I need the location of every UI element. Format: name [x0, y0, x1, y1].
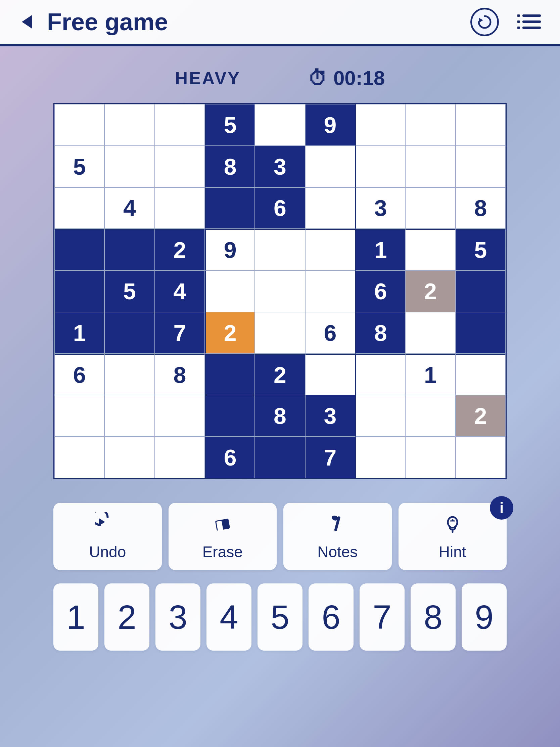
sudoku-cell[interactable]: 2	[155, 229, 205, 271]
sudoku-cell[interactable]: 7	[305, 437, 355, 478]
sudoku-cell[interactable]	[405, 229, 455, 271]
sudoku-cell[interactable]: 7	[155, 312, 205, 354]
sudoku-cell[interactable]	[456, 104, 506, 146]
numpad-9-button[interactable]: 9	[462, 584, 507, 651]
sudoku-cell[interactable]: 9	[305, 104, 355, 146]
header: Free game	[0, 0, 560, 44]
sudoku-cell[interactable]	[305, 229, 355, 271]
sudoku-cell[interactable]	[255, 229, 305, 271]
sudoku-cell[interactable]: 8	[255, 395, 305, 437]
sudoku-cell[interactable]	[54, 437, 104, 478]
sudoku-cell[interactable]	[205, 271, 255, 312]
sudoku-cell[interactable]	[255, 312, 305, 354]
sudoku-cell[interactable]	[355, 354, 405, 395]
sudoku-cell[interactable]: 8	[456, 187, 506, 229]
sudoku-cell[interactable]: 1	[405, 354, 455, 395]
sudoku-cell[interactable]	[104, 146, 155, 187]
sudoku-cell[interactable]: 4	[155, 271, 205, 312]
numpad-7-button[interactable]: 7	[359, 584, 404, 651]
sudoku-cell[interactable]	[104, 312, 155, 354]
sudoku-cell[interactable]	[104, 354, 155, 395]
sudoku-cell[interactable]: 8	[205, 146, 255, 187]
sudoku-cell[interactable]: 8	[355, 312, 405, 354]
back-button[interactable]	[17, 12, 37, 32]
sudoku-cell[interactable]	[456, 271, 506, 312]
sudoku-cell[interactable]	[54, 187, 104, 229]
sudoku-cell[interactable]: 5	[54, 146, 104, 187]
sudoku-cell[interactable]	[255, 104, 305, 146]
numpad-6-button[interactable]: 6	[309, 584, 353, 651]
numpad-1-button[interactable]: 1	[53, 584, 98, 651]
difficulty-label: HEAVY	[175, 68, 241, 88]
numpad-2-button[interactable]: 2	[104, 584, 150, 651]
sudoku-cell[interactable]: 3	[305, 395, 355, 437]
sudoku-cell[interactable]: 6	[54, 354, 104, 395]
sudoku-cell[interactable]	[355, 104, 405, 146]
sudoku-cell[interactable]	[305, 271, 355, 312]
sudoku-cell[interactable]	[456, 312, 506, 354]
sudoku-cell[interactable]	[155, 104, 205, 146]
undo-button[interactable]: Undo	[53, 503, 162, 570]
sudoku-cell[interactable]: 1	[54, 312, 104, 354]
undo-icon	[95, 512, 120, 537]
hint-button[interactable]: i Hint	[399, 503, 507, 570]
numpad-5-button[interactable]: 5	[258, 584, 302, 651]
sudoku-cell[interactable]	[305, 187, 355, 229]
sudoku-cell[interactable]	[355, 395, 405, 437]
sudoku-cell[interactable]: 3	[355, 187, 405, 229]
sudoku-cell[interactable]	[54, 104, 104, 146]
sudoku-cell[interactable]: 6	[255, 187, 305, 229]
sudoku-cell[interactable]: 1	[355, 229, 405, 271]
sudoku-cell[interactable]	[155, 395, 205, 437]
sudoku-cell[interactable]: 2	[255, 354, 305, 395]
numpad-4-button[interactable]: 4	[207, 584, 251, 651]
sudoku-cell[interactable]: 2	[205, 312, 255, 354]
sudoku-cell[interactable]	[355, 146, 405, 187]
sudoku-cell[interactable]	[305, 354, 355, 395]
refresh-button[interactable]	[469, 7, 500, 37]
sudoku-cell[interactable]	[405, 187, 455, 229]
sudoku-cell[interactable]	[255, 271, 305, 312]
notes-button[interactable]: Notes	[283, 503, 392, 570]
sudoku-cell[interactable]: 5	[104, 271, 155, 312]
sudoku-cell[interactable]: 6	[305, 312, 355, 354]
numpad-3-button[interactable]: 3	[156, 584, 201, 651]
sudoku-cell[interactable]	[155, 187, 205, 229]
sudoku-cell[interactable]	[255, 437, 305, 478]
sudoku-cell[interactable]	[104, 395, 155, 437]
sudoku-cell[interactable]: 4	[104, 187, 155, 229]
sudoku-cell[interactable]: 6	[355, 271, 405, 312]
sudoku-cell[interactable]	[104, 229, 155, 271]
sudoku-cell[interactable]: 2	[405, 271, 455, 312]
sudoku-cell[interactable]	[456, 354, 506, 395]
sudoku-cell[interactable]	[205, 395, 255, 437]
sudoku-cell[interactable]	[405, 437, 455, 478]
numpad-8-button[interactable]: 8	[410, 584, 456, 651]
sudoku-cell[interactable]	[54, 271, 104, 312]
sudoku-cell[interactable]	[155, 437, 205, 478]
erase-button[interactable]: Erase	[168, 503, 277, 570]
sudoku-cell[interactable]	[355, 437, 405, 478]
sudoku-cell[interactable]: 5	[205, 104, 255, 146]
sudoku-cell[interactable]: 3	[255, 146, 305, 187]
sudoku-cell[interactable]	[205, 354, 255, 395]
sudoku-cell[interactable]: 5	[456, 229, 506, 271]
sudoku-cell[interactable]	[405, 312, 455, 354]
sudoku-cell[interactable]	[104, 437, 155, 478]
sudoku-cell[interactable]	[456, 437, 506, 478]
sudoku-cell[interactable]	[456, 146, 506, 187]
sudoku-cell[interactable]	[205, 187, 255, 229]
sudoku-cell[interactable]	[54, 229, 104, 271]
sudoku-cell[interactable]	[405, 146, 455, 187]
sudoku-cell[interactable]: 6	[205, 437, 255, 478]
sudoku-cell[interactable]	[155, 146, 205, 187]
sudoku-cell[interactable]	[54, 395, 104, 437]
menu-button[interactable]	[513, 7, 543, 37]
sudoku-cell[interactable]: 8	[155, 354, 205, 395]
sudoku-cell[interactable]: 2	[456, 395, 506, 437]
sudoku-cell[interactable]	[104, 104, 155, 146]
sudoku-cell[interactable]: 9	[205, 229, 255, 271]
sudoku-cell[interactable]	[405, 104, 455, 146]
sudoku-cell[interactable]	[405, 395, 455, 437]
sudoku-cell[interactable]	[305, 146, 355, 187]
